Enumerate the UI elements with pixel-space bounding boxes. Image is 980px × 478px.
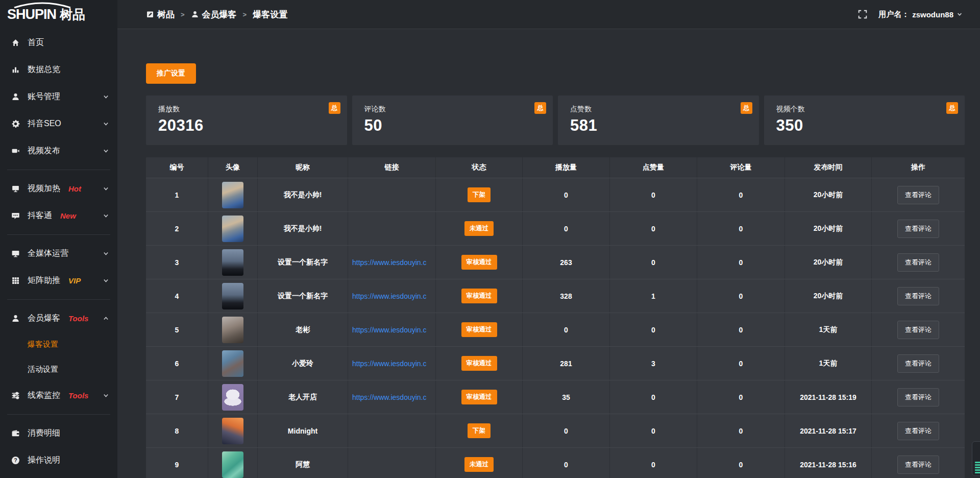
app-viewport: SHUPIN 树品 首页数据总览账号管理抖音SEO视频发布视频加热Hot抖客通N… — [0, 0, 980, 478]
sidebar-subitem-爆客设置[interactable]: 爆客设置 — [0, 332, 117, 357]
column-header-昵称: 昵称 — [258, 157, 348, 178]
view-comments-button[interactable]: 查看评论 — [897, 456, 939, 474]
cell-nickname: 老人开店 — [258, 380, 348, 414]
sidebar-item-抖音SEO[interactable]: 抖音SEO — [0, 110, 117, 137]
view-comments-button[interactable]: 查看评论 — [897, 186, 939, 204]
cell-status: 审核通过 — [436, 246, 523, 279]
cell-plays: 263 — [523, 246, 610, 279]
sidebar-item-tag: VIP — [68, 276, 81, 285]
sidebar-item-线索监控[interactable]: 线索监控Tools — [0, 382, 117, 409]
chevron-down-icon — [957, 11, 963, 17]
view-comments-button[interactable]: 查看评论 — [897, 388, 939, 407]
cell-nickname: 我不是小帅! — [258, 178, 348, 211]
table-row: 8Midnight下架0002021-11-28 15:17查看评论 — [146, 414, 965, 447]
sidebar-subitem-活动设置[interactable]: 活动设置 — [0, 357, 117, 382]
cell-nickname: Midnight — [258, 414, 348, 447]
cell-likes: 0 — [610, 178, 697, 211]
cell-time: 20小时前 — [785, 212, 872, 245]
user-menu[interactable]: 用户名：zswodun88 — [878, 10, 963, 19]
chevron-down-icon — [103, 250, 109, 257]
status-badge: 审核通过 — [461, 356, 497, 371]
chat-icon — [11, 211, 20, 220]
breadcrumb-item-会员爆客[interactable]: 会员爆客 — [191, 9, 237, 20]
cell-status: 审核通过 — [436, 313, 523, 346]
table-row: 5老彬https://www.iesdouyin.c审核通过0001天前查看评论 — [146, 313, 965, 346]
view-comments-button[interactable]: 查看评论 — [897, 321, 939, 339]
cell-status: 下架 — [436, 178, 523, 211]
cell-nickname: 阿慧 — [258, 448, 348, 478]
video-link[interactable]: https://www.iesdouyin.c — [352, 326, 427, 334]
sidebar-item-数据总览[interactable]: 数据总览 — [0, 56, 117, 83]
sidebar-item-会员爆客[interactable]: 会员爆客Tools — [0, 305, 117, 332]
cell-comments: 0 — [697, 178, 785, 211]
stat-value: 350 — [776, 116, 953, 135]
cell-id: 9 — [146, 448, 208, 478]
cell-id: 6 — [146, 347, 208, 380]
sidebar-item-全媒体运营[interactable]: 全媒体运营 — [0, 240, 117, 267]
chevron-down-icon — [103, 121, 109, 127]
avatar-man-selfie-photo — [222, 317, 243, 343]
breadcrumb: 树品>会员爆客>爆客设置 — [146, 9, 287, 20]
video-link[interactable]: https://www.iesdouyin.c — [352, 258, 427, 267]
video-link[interactable]: https://www.iesdouyin.c — [352, 360, 427, 368]
promotion-settings-button[interactable]: 推广设置 — [146, 63, 196, 84]
sidebar-item-消费明细[interactable]: 消费明细 — [0, 420, 117, 447]
sidebar-item-抖客通[interactable]: 抖客通New — [0, 202, 117, 229]
status-badge: 未通过 — [464, 221, 494, 236]
cell-comments: 0 — [697, 313, 785, 346]
sidebar-divider — [7, 414, 110, 415]
view-comments-button[interactable]: 查看评论 — [897, 422, 939, 440]
username-value: zswodun88 — [912, 10, 953, 19]
column-header-发布时间: 发布时间 — [785, 157, 872, 178]
cell-comments: 0 — [697, 380, 785, 414]
sidebar-item-首页[interactable]: 首页 — [0, 29, 117, 56]
view-comments-button[interactable]: 查看评论 — [897, 354, 939, 373]
main-content: 推广设置 播放数20316总评论数50总点赞数581总视频个数350总 编号头像… — [117, 30, 980, 478]
cell-action: 查看评论 — [872, 178, 965, 211]
sidebar-item-矩阵助推[interactable]: 矩阵助推VIP — [0, 267, 117, 294]
sidebar-item-账号管理[interactable]: 账号管理 — [0, 83, 117, 110]
sidebar-item-视频加热[interactable]: 视频加热Hot — [0, 175, 117, 202]
sidebar-submenu: 爆客设置活动设置 — [0, 332, 117, 382]
view-comments-button[interactable]: 查看评论 — [897, 253, 939, 272]
grid-icon — [11, 276, 20, 285]
view-comments-button[interactable]: 查看评论 — [897, 220, 939, 238]
sidebar-divider — [7, 234, 110, 235]
cell-action: 查看评论 — [872, 448, 965, 478]
cell-time: 1天前 — [785, 347, 872, 380]
cell-likes: 0 — [610, 448, 697, 478]
cell-plays: 0 — [523, 448, 610, 478]
home-icon — [11, 38, 20, 47]
column-header-状态: 状态 — [436, 157, 523, 178]
sidebar-item-操作说明[interactable]: ?操作说明 — [0, 447, 117, 474]
column-header-操作: 操作 — [872, 157, 965, 178]
fullscreen-icon[interactable] — [858, 10, 867, 19]
stat-total-badge: 总 — [946, 102, 958, 114]
cell-status: 审核通过 — [436, 380, 523, 414]
cell-likes: 0 — [610, 380, 697, 414]
status-badge: 审核通过 — [461, 289, 497, 303]
sidebar-item-label: 抖音SEO — [28, 118, 61, 129]
cell-comments: 0 — [697, 448, 785, 478]
cell-link — [348, 448, 436, 478]
floating-contact-widget[interactable] — [972, 441, 980, 476]
cell-time: 2021-11-28 15:17 — [785, 414, 872, 447]
cell-avatar — [208, 212, 258, 245]
cell-link — [348, 178, 436, 211]
cell-avatar — [208, 380, 258, 414]
cell-avatar — [208, 178, 258, 211]
status-badge: 审核通过 — [461, 255, 497, 270]
sidebar-nav: 首页数据总览账号管理抖音SEO视频发布视频加热Hot抖客通New全媒体运营矩阵助… — [0, 29, 117, 474]
cell-status: 未通过 — [436, 212, 523, 245]
sidebar-item-tag: Tools — [68, 391, 88, 400]
sidebar-item-视频发布[interactable]: 视频发布 — [0, 137, 117, 164]
sidebar-divider — [7, 299, 110, 300]
view-comments-button[interactable]: 查看评论 — [897, 287, 939, 305]
avatar-person-blue-photo — [222, 350, 243, 377]
video-link[interactable]: https://www.iesdouyin.c — [352, 292, 427, 300]
logo-arc-icon — [12, 2, 72, 8]
stat-label: 播放数 — [158, 105, 335, 114]
video-link[interactable]: https://www.iesdouyin.c — [352, 393, 427, 401]
user-icon — [191, 10, 199, 18]
breadcrumb-item-树品[interactable]: 树品 — [146, 9, 175, 20]
